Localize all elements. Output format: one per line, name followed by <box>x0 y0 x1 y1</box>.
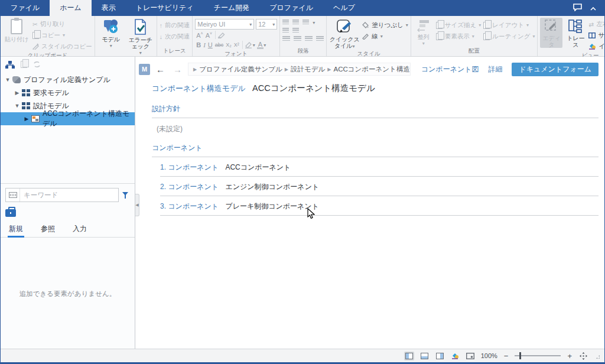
breadcrumb-item[interactable]: プロファイル定義サンプル <box>199 65 282 74</box>
font-color-icon[interactable]: A <box>257 41 264 49</box>
zoom-out-button[interactable]: − <box>503 352 510 360</box>
component-item-name[interactable]: エンジン制御コンポーネント <box>225 183 319 191</box>
document-form-button[interactable]: ドキュメントフォーム <box>512 63 599 76</box>
expander-right-icon[interactable]: ▶ <box>14 90 21 96</box>
strikethrough-button[interactable]: abc <box>214 42 225 48</box>
model-tree-view-icon[interactable] <box>5 61 15 69</box>
vertical-split-button[interactable] <box>435 352 445 360</box>
zoom-slider-thumb[interactable] <box>519 352 521 359</box>
inspector-button[interactable]: インスペクタ <box>588 41 605 51</box>
copy-button[interactable]: コピー▾ <box>32 30 92 40</box>
expander-down-icon[interactable]: ▼ <box>4 77 11 83</box>
align-objects-button[interactable]: 整列 ▾ <box>414 18 434 47</box>
line-button[interactable]: 線▾ <box>362 31 408 41</box>
next-relation-button[interactable]: ↓ 次の関連 <box>160 31 190 41</box>
clear-format-icon[interactable] <box>217 32 225 38</box>
sync-view-icon[interactable] <box>33 61 41 68</box>
underline-button[interactable]: U <box>207 41 214 48</box>
component-item-name[interactable]: ACCコンポーネント <box>225 163 291 171</box>
toolbox-tab-new[interactable]: 新規 <box>8 222 24 237</box>
subeditor-button[interactable]: サブエディタ <box>588 30 605 40</box>
collapse-ribbon-icon[interactable] <box>590 4 596 12</box>
component-item[interactable]: 2. コンポーネント エンジン制御コンポーネント <box>160 177 599 196</box>
breadcrumb-item[interactable]: 設計モデル <box>291 65 325 74</box>
keyword-search-input[interactable] <box>20 191 118 199</box>
quick-style-button[interactable]: クイックスタイル▾ <box>329 18 360 50</box>
align-left-icon[interactable] <box>282 36 290 42</box>
grow-font-button[interactable]: A˄ <box>195 31 204 39</box>
components-heading[interactable]: コンポーネント <box>152 135 599 157</box>
inspector-toggle-button[interactable] <box>450 352 460 360</box>
secondary-view-icon[interactable] <box>21 61 27 68</box>
highlight-color-icon[interactable] <box>245 41 253 48</box>
expander-right-icon[interactable]: ▶ <box>23 116 30 122</box>
component-item-name[interactable]: ブレーキ制御コンポーネント <box>225 202 319 210</box>
fill-button[interactable]: 塗りつぶし▾ <box>362 20 408 30</box>
expander-down-icon[interactable]: ▼ <box>14 103 21 109</box>
align-right-icon[interactable] <box>305 36 313 42</box>
bold-button[interactable]: B <box>195 41 202 48</box>
component-item-label[interactable]: 2. コンポーネント <box>160 183 219 191</box>
swap-lr-button[interactable]: ⇄ 左右を入れ替え <box>588 19 605 29</box>
minimap-button[interactable] <box>466 352 476 360</box>
menu-tab-home[interactable]: ホーム <box>50 0 92 16</box>
align-center-icon[interactable] <box>294 36 301 42</box>
numbered-list-icon[interactable] <box>292 20 299 25</box>
decrease-indent-icon[interactable] <box>282 28 289 34</box>
component-item[interactable]: 3. コンポーネント ブレーキ制御コンポーネント <box>160 196 599 216</box>
prev-relation-button[interactable]: ↑ 前の関連 <box>160 20 190 30</box>
breadcrumb-item[interactable]: ACCコンポーネント構造モデル <box>333 65 410 74</box>
tree-item-profile-sample[interactable]: ▼ プロファイル定義サンプル <box>1 73 135 86</box>
filter-icon[interactable] <box>122 191 131 199</box>
trace-view-button[interactable]: トレース <box>565 18 586 48</box>
editor-view-button[interactable]: エディタ <box>540 18 562 48</box>
resize-grip[interactable] <box>594 353 600 359</box>
feedback-bubble-icon[interactable] <box>573 4 582 13</box>
subscript-button[interactable]: X₂ <box>225 42 233 48</box>
italic-button[interactable]: I <box>202 41 207 48</box>
component-item-label[interactable]: 3. コンポーネント <box>160 202 219 210</box>
horizontal-split-button[interactable] <box>419 352 430 360</box>
increase-indent-icon[interactable] <box>292 28 299 34</box>
align-justify-icon[interactable] <box>316 36 324 42</box>
zoom-in-button[interactable]: + <box>566 352 573 360</box>
pan-button[interactable] <box>578 352 588 360</box>
cut-button[interactable]: ✂ 切り取り <box>32 19 92 29</box>
menu-tab-team[interactable]: チーム開発 <box>204 0 260 16</box>
forward-button[interactable]: → <box>171 64 184 74</box>
toolbox-tab-input[interactable]: 入力 <box>71 222 88 237</box>
toolbox-tab-reference[interactable]: 参照 <box>40 222 56 237</box>
component-item-label[interactable]: 1. コンポーネント <box>160 163 219 171</box>
sidebar-collapse-handle[interactable]: ◀ <box>135 194 139 216</box>
menu-tab-help[interactable]: ヘルプ <box>323 0 365 16</box>
model-button[interactable]: モデル ▾ <box>97 18 125 49</box>
font-family-select[interactable]: Meiryo UI▾ <box>195 19 254 30</box>
superscript-button[interactable]: X² <box>233 42 240 48</box>
tree-item-acc-structure-model[interactable]: ▶ ACCコンポーネント構造モデル <box>1 112 135 125</box>
size-match-button[interactable]: サイズ揃え▾ <box>436 20 482 30</box>
menu-tab-view[interactable]: 表示 <box>92 0 126 16</box>
menu-tab-traceability[interactable]: トレーサビリティ <box>126 0 204 16</box>
zoom-slider[interactable] <box>515 355 561 356</box>
tree-item-requirement-model[interactable]: ▶ 要求モデル <box>1 86 135 99</box>
font-size-select[interactable]: 12▾ <box>256 19 277 30</box>
element-view-button[interactable]: 要素表示▾ <box>436 31 482 41</box>
component-diagram-link[interactable]: コンポーネント図 <box>421 64 479 74</box>
menu-tab-profile[interactable]: プロファイル <box>259 0 323 16</box>
component-item[interactable]: 1. コンポーネント ACCコンポーネント <box>160 157 599 177</box>
paste-button[interactable]: 貼り付け <box>3 18 30 43</box>
bullet-list-icon[interactable] <box>282 20 289 25</box>
back-button[interactable]: ← <box>154 64 167 74</box>
design-policy-heading[interactable]: 設計方針 <box>152 96 599 118</box>
layout-button[interactable]: レイアウト▾ <box>483 20 535 30</box>
error-check-button[interactable]: エラーチェック ▾ <box>127 18 154 56</box>
design-policy-value[interactable]: (未設定) <box>152 118 599 135</box>
detail-link[interactable]: 詳細 <box>488 64 502 74</box>
style-copy-button[interactable]: スタイルのコピー <box>32 41 92 51</box>
single-pane-button[interactable] <box>404 352 414 360</box>
routing-button[interactable]: ルーティング▾ <box>483 31 535 41</box>
menu-tab-file[interactable]: ファイル <box>1 0 50 16</box>
zoom-level[interactable]: 100% <box>481 352 497 359</box>
shrink-font-button[interactable]: A˅ <box>204 31 213 39</box>
multilevel-list-icon[interactable] <box>302 20 309 25</box>
